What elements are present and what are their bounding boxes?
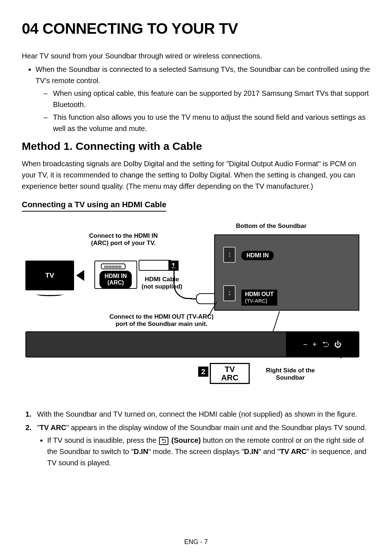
step-2-sub-pre: If TV sound is inaudible, press the	[47, 436, 158, 444]
connect-hdmi-in-label: Connect to the HDMI IN (ARC) port of you…	[80, 232, 167, 247]
method-paragraph: When broadcasting signals are Dolby Digi…	[22, 158, 370, 192]
hdmi-cable-label: HDMI Cable (not supplied)	[140, 276, 184, 290]
leader-line-2	[273, 311, 280, 332]
hdmi-out-text: HDMI OUT	[245, 291, 274, 297]
hdmi-in-port-icon	[223, 247, 236, 263]
hdmi-out-port-icon	[223, 285, 236, 301]
feature-sublist: When using optical cable, this feature c…	[36, 88, 370, 134]
feature-sub-1: When using optical cable, this feature c…	[44, 88, 370, 110]
step-2-sub-mid2: " mode. The screen displays "	[148, 447, 244, 455]
soundbar-right-panel: − + ⮌ ⏻	[286, 332, 359, 357]
soundbar-bottom-panel	[214, 234, 359, 311]
connection-diagram: Bottom of the Soundbar Connect to the HD…	[22, 224, 370, 398]
step-2-sub: If TV sound is inaudible, press the ⮌ (S…	[47, 435, 370, 469]
arrow-to-tv-icon	[76, 270, 84, 281]
step-2-sub-mid3: " and "	[258, 447, 280, 455]
right-side-label: Right Side of the Soundbar	[261, 367, 319, 381]
hdmi-in-arc-badge: HDMI IN (ARC)	[99, 271, 132, 289]
hdmi-cable-text: HDMI Cable	[145, 276, 179, 283]
soundbar-top-view: − + ⮌ ⏻	[25, 331, 359, 357]
step-2: 2. "TV ARC" appears in the display windo…	[25, 422, 370, 469]
feature-bullet-1-text: When the Soundbar is connected to a sele…	[36, 65, 370, 85]
step-1: 1. With the Soundbar and TV turned on, c…	[25, 409, 370, 420]
not-supplied-text: (not supplied)	[142, 283, 182, 290]
intro-text: Hear TV sound from your Soundbar through…	[22, 50, 370, 62]
tv-hdmi-slot	[101, 263, 126, 269]
source-label-bold: (Source)	[171, 436, 201, 444]
method-heading: Method 1. Connecting with a Cable	[22, 140, 370, 152]
din-bold-1: D.IN	[134, 447, 148, 455]
tv-icon: TV	[25, 261, 74, 290]
feature-list: When the Soundbar is connected to a sele…	[22, 64, 370, 134]
volume-up-icon: +	[313, 340, 317, 349]
step-1-number: 1.	[25, 409, 32, 420]
step-2-tvarc: TV ARC	[40, 424, 66, 432]
tvarc-bold-2: TV ARC	[280, 447, 307, 455]
power-icon: ⏻	[334, 340, 342, 349]
din-bold-2: D.IN	[244, 447, 258, 455]
hdmi-in-badge: HDMI IN	[241, 251, 274, 260]
hdmi-out-badge: HDMI OUT (TV-ARC)	[241, 290, 277, 306]
hdmi-out-sub: (TV-ARC)	[245, 298, 267, 304]
step-1-text: With the Soundbar and TV turned on, conn…	[37, 410, 357, 418]
volume-down-icon: −	[303, 340, 307, 349]
step-list: 1. With the Soundbar and TV turned on, c…	[22, 409, 370, 469]
feature-sub-2: This function also allows you to use the…	[44, 112, 370, 134]
step-2-sublist: If TV sound is inaudible, press the ⮌ (S…	[37, 435, 370, 469]
display-line-2: ARC	[221, 373, 238, 382]
connect-hdmi-out-label: Connect to the HDMI OUT (TV-ARC) port of…	[105, 313, 218, 328]
feature-bullet-1: When the Soundbar is connected to a sele…	[36, 64, 370, 134]
step-2-rest: " appears in the display window of the S…	[66, 424, 367, 432]
source-button-icon: ⮌	[159, 437, 168, 445]
hdmi-section-heading: Connecting a TV using an HDMI Cable	[22, 200, 166, 212]
step-2-number: 2.	[25, 422, 32, 433]
display-line-1: TV	[225, 365, 235, 373]
soundbar-display: TV ARC	[210, 363, 250, 384]
diagram-step-2-badge: 2	[198, 367, 208, 377]
page-footer: ENG - 7	[0, 538, 392, 546]
page-title: 04 CONNECTING TO YOUR TV	[22, 20, 370, 37]
bottom-soundbar-label: Bottom of the Soundbar	[236, 222, 307, 230]
